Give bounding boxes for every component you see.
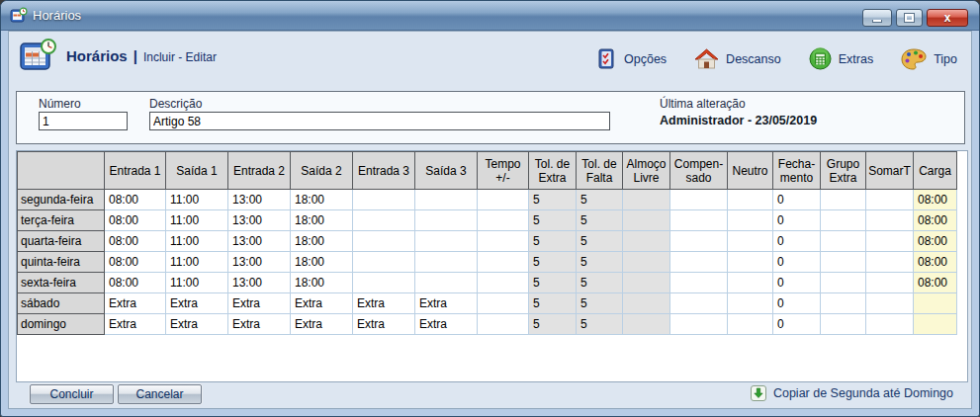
schedule-cell[interactable] — [478, 293, 529, 314]
schedule-cell[interactable] — [478, 273, 529, 293]
schedule-cell[interactable] — [478, 190, 529, 210]
schedule-cell[interactable] — [670, 252, 728, 273]
schedule-cell[interactable]: 08:00 — [914, 273, 957, 293]
schedule-cell[interactable]: 0 — [773, 273, 821, 293]
schedule-cell[interactable] — [353, 252, 415, 273]
schedule-cell[interactable]: 08:00 — [914, 210, 957, 231]
schedule-cell[interactable] — [623, 314, 670, 335]
schedule-cell[interactable] — [670, 231, 728, 252]
maximize-button[interactable] — [896, 9, 923, 27]
schedule-cell[interactable]: Extra — [353, 293, 415, 314]
schedule-cell[interactable]: 08:00 — [105, 210, 166, 231]
schedule-cell[interactable] — [728, 190, 773, 210]
schedule-cell[interactable]: Extra — [291, 293, 353, 314]
schedule-cell[interactable]: 5 — [577, 190, 623, 210]
schedule-cell[interactable]: 08:00 — [914, 190, 957, 210]
schedule-cell[interactable] — [866, 273, 914, 293]
schedule-cell[interactable] — [728, 293, 773, 314]
schedule-cell[interactable]: 08:00 — [105, 190, 166, 210]
schedule-cell[interactable] — [866, 190, 914, 210]
schedule-cell[interactable] — [821, 273, 866, 293]
minimize-button[interactable] — [862, 9, 892, 27]
schedule-cell[interactable] — [623, 293, 670, 314]
schedule-cell[interactable] — [670, 190, 728, 210]
schedule-cell[interactable] — [353, 273, 415, 293]
tipo-button[interactable]: Tipo — [901, 47, 957, 70]
schedule-cell[interactable]: 5 — [577, 293, 623, 314]
schedule-cell[interactable]: 13:00 — [228, 273, 291, 293]
schedule-cell[interactable]: 0 — [773, 252, 821, 273]
schedule-cell[interactable] — [670, 314, 728, 335]
schedule-cell[interactable]: 11:00 — [166, 231, 228, 252]
schedule-cell[interactable]: 18:00 — [291, 273, 353, 293]
schedule-cell[interactable]: 11:00 — [166, 273, 228, 293]
schedule-cell[interactable]: 0 — [773, 231, 821, 252]
schedule-cell[interactable]: 5 — [577, 314, 623, 335]
schedule-cell[interactable]: Extra — [166, 314, 228, 335]
schedule-cell[interactable]: 5 — [529, 190, 577, 210]
schedule-cell[interactable] — [415, 210, 478, 231]
schedule-cell[interactable] — [866, 210, 914, 231]
schedule-cell[interactable]: 13:00 — [228, 252, 291, 273]
schedule-cell[interactable] — [821, 252, 866, 273]
schedule-cell[interactable]: 5 — [529, 210, 577, 231]
schedule-cell[interactable]: 0 — [773, 293, 821, 314]
schedule-cell[interactable] — [728, 210, 773, 231]
schedule-cell[interactable] — [821, 210, 866, 231]
schedule-cell[interactable]: Extra — [415, 314, 478, 335]
schedule-cell[interactable]: 08:00 — [105, 231, 166, 252]
schedule-cell[interactable] — [353, 231, 415, 252]
schedule-cell[interactable] — [478, 210, 529, 231]
schedule-cell[interactable] — [478, 252, 529, 273]
schedule-cell[interactable] — [914, 314, 957, 335]
schedule-cell[interactable]: Extra — [105, 293, 166, 314]
schedule-cell[interactable]: 5 — [529, 231, 577, 252]
schedule-cell[interactable] — [914, 293, 957, 314]
schedule-cell[interactable] — [623, 273, 670, 293]
schedule-cell[interactable] — [728, 231, 773, 252]
schedule-cell[interactable] — [866, 252, 914, 273]
copiar-button[interactable]: Copiar de Segunda até Domingo — [751, 385, 953, 401]
cancelar-button[interactable]: Cancelar — [118, 384, 202, 404]
schedule-cell[interactable] — [728, 252, 773, 273]
opcoes-button[interactable]: Opções — [597, 47, 667, 70]
schedule-cell[interactable] — [415, 273, 478, 293]
schedule-cell[interactable] — [415, 190, 478, 210]
schedule-cell[interactable]: Extra — [228, 293, 291, 314]
schedule-cell[interactable] — [415, 231, 478, 252]
schedule-cell[interactable] — [623, 231, 670, 252]
schedule-cell[interactable]: 5 — [529, 314, 577, 335]
schedule-cell[interactable] — [821, 231, 866, 252]
schedule-cell[interactable] — [866, 293, 914, 314]
schedule-cell[interactable]: 18:00 — [291, 190, 353, 210]
schedule-cell[interactable] — [353, 190, 415, 210]
schedule-cell[interactable] — [821, 293, 866, 314]
schedule-cell[interactable]: 5 — [529, 252, 577, 273]
schedule-cell[interactable] — [623, 190, 670, 210]
schedule-cell[interactable]: 18:00 — [291, 231, 353, 252]
schedule-cell[interactable]: Extra — [353, 314, 415, 335]
schedule-cell[interactable]: 11:00 — [166, 190, 228, 210]
schedule-cell[interactable] — [670, 273, 728, 293]
descricao-field[interactable] — [149, 112, 610, 130]
schedule-cell[interactable]: Extra — [291, 314, 353, 335]
titlebar[interactable]: Horários x — [1, 1, 979, 31]
schedule-cell[interactable]: 5 — [529, 293, 577, 314]
schedule-cell[interactable] — [670, 210, 728, 231]
numero-field[interactable] — [39, 112, 128, 130]
schedule-cell[interactable]: 0 — [773, 210, 821, 231]
schedule-cell[interactable]: Extra — [105, 314, 166, 335]
schedule-cell[interactable]: 08:00 — [914, 252, 957, 273]
schedule-cell[interactable]: 11:00 — [166, 210, 228, 231]
schedule-cell[interactable]: 5 — [577, 252, 623, 273]
descanso-button[interactable]: Descanso — [694, 47, 781, 70]
schedule-cell[interactable] — [728, 314, 773, 335]
schedule-cell[interactable] — [353, 210, 415, 231]
extras-button[interactable]: Extras — [809, 47, 873, 70]
schedule-cell[interactable] — [478, 231, 529, 252]
schedule-cell[interactable] — [866, 314, 914, 335]
schedule-cell[interactable]: 11:00 — [166, 252, 228, 273]
schedule-cell[interactable] — [415, 252, 478, 273]
schedule-cell[interactable] — [866, 231, 914, 252]
schedule-cell[interactable]: 5 — [577, 273, 623, 293]
